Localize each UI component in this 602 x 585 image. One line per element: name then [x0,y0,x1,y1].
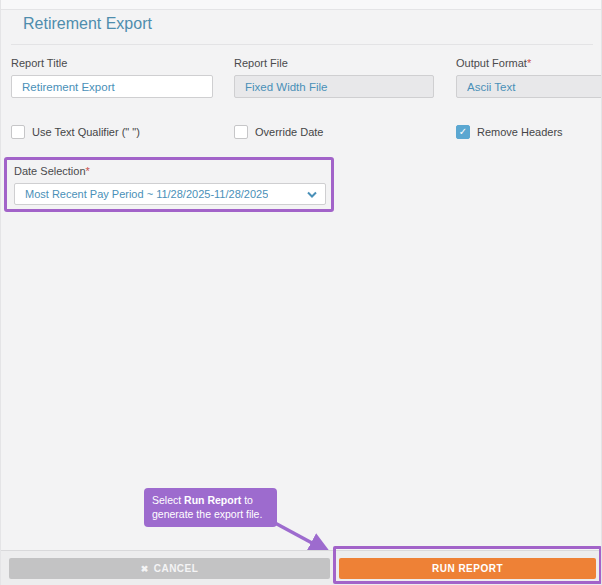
output-format-label: Output Format* [456,57,602,69]
use-text-qualifier-label: Use Text Qualifier (" ") [32,126,140,138]
checkbox-checked-icon[interactable]: ✓ [456,125,470,139]
report-title-field-group: Report Title [11,57,213,98]
top-strip [1,0,602,10]
cancel-button[interactable]: ✖ CANCEL [9,558,330,579]
page-title: Retirement Export [23,15,152,33]
required-asterisk: * [86,165,90,177]
report-title-input[interactable] [11,75,213,98]
callout-bold-text: Run Report [184,494,241,506]
checkbox-unchecked-icon[interactable] [11,125,25,139]
report-file-input [234,75,434,98]
date-selection-highlight-box: Date Selection* Most Recent Pay Period ~… [4,157,334,212]
date-selection-value: Most Recent Pay Period ~ 11/28/2025-11/2… [25,188,268,200]
remove-headers-checkbox[interactable]: ✓ Remove Headers [456,124,563,139]
chevron-down-icon [307,191,317,198]
callout-text: Select [152,494,184,506]
retirement-export-page: Retirement Export Report Title Report Fi… [0,0,602,585]
output-format-field-group: Output Format* [456,57,602,98]
title-divider [11,44,593,45]
close-icon: ✖ [141,564,149,574]
run-report-button-label: RUN REPORT [432,563,503,574]
run-report-button[interactable]: RUN REPORT [339,558,596,579]
remove-headers-label: Remove Headers [477,126,563,138]
footer-bar: ✖ CANCEL RUN REPORT [1,550,602,585]
use-text-qualifier-checkbox[interactable]: Use Text Qualifier (" ") [11,124,140,139]
report-file-field-group: Report File [234,57,434,98]
checkbox-unchecked-icon[interactable] [234,125,248,139]
output-format-input [456,75,602,98]
override-date-checkbox[interactable]: Override Date [234,124,323,139]
report-title-label: Report Title [11,57,213,69]
cancel-button-label: CANCEL [154,563,199,574]
callout-tooltip: Select Run Report to generate the export… [144,488,277,527]
required-asterisk: * [527,57,531,69]
override-date-label: Override Date [255,126,323,138]
date-selection-label: Date Selection* [14,165,90,177]
report-file-label: Report File [234,57,434,69]
date-selection-select[interactable]: Most Recent Pay Period ~ 11/28/2025-11/2… [14,183,326,205]
checkmark-icon: ✓ [459,127,467,137]
